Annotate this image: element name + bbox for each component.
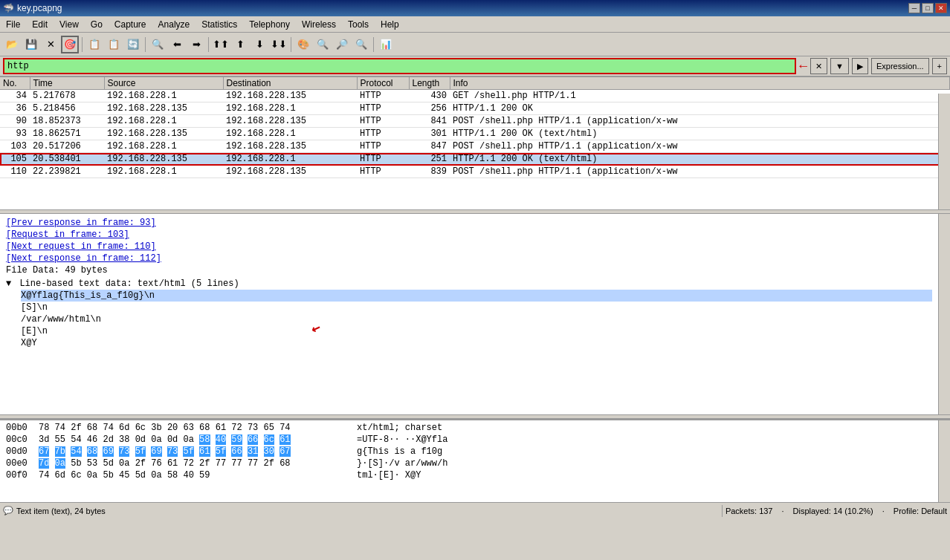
tb-forward[interactable]: ➡ bbox=[187, 36, 205, 53]
tb-up[interactable]: ⬆ bbox=[231, 36, 249, 53]
hex-byte-highlight: 66 bbox=[248, 434, 258, 445]
cell-info: POST /shell.php HTTP/1.1 (application/x-… bbox=[450, 140, 950, 153]
tb-colorize[interactable]: 🎨 bbox=[294, 36, 312, 53]
tb-find2[interactable]: 📋 bbox=[105, 36, 123, 53]
status-packets: Packets: 137 bbox=[726, 507, 773, 515]
hex-byte: 73 bbox=[248, 423, 258, 433]
close-button[interactable]: ✕ bbox=[935, 3, 947, 13]
tb-reload[interactable]: 🎯 bbox=[61, 36, 79, 53]
hex-byte: 40 bbox=[183, 470, 193, 481]
menu-tools[interactable]: Tools bbox=[342, 18, 375, 31]
hex-byte-highlight: 69 bbox=[151, 446, 161, 457]
title-bar-left: 🦈 key.pcapng bbox=[3, 3, 62, 13]
col-no: No. bbox=[0, 77, 30, 90]
tb-up-all[interactable]: ⬆⬆ bbox=[212, 36, 230, 53]
tb-zoom-in2[interactable]: 🔍 bbox=[314, 36, 332, 53]
table-row[interactable]: 34 5.217678 192.168.228.1 192.168.228.13… bbox=[0, 90, 950, 102]
menu-file[interactable]: File bbox=[0, 18, 26, 31]
menu-go[interactable]: Go bbox=[85, 18, 109, 31]
tb-zoom-fit[interactable]: 🔍 bbox=[352, 36, 370, 53]
hex-byte: 68 bbox=[199, 423, 210, 433]
tree-item[interactable]: [S]\n bbox=[21, 302, 932, 313]
maximize-button[interactable]: □ bbox=[922, 3, 934, 13]
tree-item[interactable]: [E]\n bbox=[21, 325, 932, 337]
hex-byte: 6c bbox=[135, 423, 146, 433]
cell-no: 110 bbox=[0, 166, 30, 178]
tree-item-text: [S]\n bbox=[21, 302, 48, 313]
detail-tree-label[interactable]: ▼ Line-based text data: text/html (5 lin… bbox=[6, 278, 932, 290]
menu-capture[interactable]: Capture bbox=[109, 18, 152, 31]
cell-src: 192.168.228.1 bbox=[104, 115, 223, 128]
tb-down-all[interactable]: ⬇⬇ bbox=[270, 36, 288, 53]
filter-dropdown-button[interactable]: ▼ bbox=[830, 58, 849, 74]
hex-byte-highlight: 5f bbox=[135, 446, 146, 457]
tb-down[interactable]: ⬇ bbox=[251, 36, 268, 53]
tree-expand-icon: ▼ bbox=[6, 279, 11, 289]
hex-byte-highlight: 69 bbox=[103, 446, 113, 457]
packet-detail: [Prev response in frame: 93] [Request in… bbox=[0, 214, 950, 414]
hex-byte: 68 bbox=[87, 423, 97, 433]
tree-item[interactable]: X@Yflag{This_is_a_f10g}\n bbox=[21, 290, 932, 302]
packet-detail-scrollbar[interactable] bbox=[938, 214, 950, 414]
hex-byte: 5b bbox=[71, 458, 81, 469]
menu-edit[interactable]: Edit bbox=[26, 18, 54, 31]
table-row[interactable]: 103 20.517206 192.168.228.1 192.168.228.… bbox=[0, 140, 950, 153]
packet-table: No. Time Source Destination Protocol Len… bbox=[0, 77, 950, 178]
cell-src: 192.168.228.1 bbox=[104, 166, 223, 178]
menu-view[interactable]: View bbox=[54, 18, 85, 31]
table-row[interactable]: 93 18.862571 192.168.228.135 192.168.228… bbox=[0, 128, 950, 140]
cell-proto: HTTP bbox=[357, 166, 409, 178]
packet-bytes-scrollbar[interactable] bbox=[938, 420, 950, 502]
menu-statistics[interactable]: Statistics bbox=[196, 18, 243, 31]
menu-telephony[interactable]: Telephony bbox=[243, 18, 296, 31]
status-left: 💬 Text item (text), 24 bytes bbox=[3, 506, 719, 515]
packet-list-scrollbar[interactable] bbox=[938, 94, 950, 209]
tb-zoom-out[interactable]: 🔎 bbox=[333, 36, 351, 53]
tb-zoom-in[interactable]: 🔍 bbox=[149, 36, 167, 53]
col-info: Info bbox=[450, 77, 950, 90]
hex-byte: 72 bbox=[183, 458, 193, 469]
menu-help[interactable]: Help bbox=[375, 18, 405, 31]
filter-extra-button[interactable]: + bbox=[932, 58, 947, 74]
bytes-row: 00f0 74 6d 6c 0a 5b 45 5d 0a 58 40 59 tm… bbox=[6, 469, 932, 481]
tb-back[interactable]: ⬅ bbox=[168, 36, 186, 53]
menu-analyze[interactable]: Analyze bbox=[152, 18, 196, 31]
expression-button[interactable]: Expression... bbox=[871, 58, 929, 74]
minimize-button[interactable]: ─ bbox=[908, 3, 920, 13]
tb-save[interactable]: 💾 bbox=[22, 36, 40, 53]
bytes-row: 00b0 78 74 2f 68 74 6d 6c 3b 20 63 68 61… bbox=[6, 422, 932, 434]
toolbar-sep-1 bbox=[82, 37, 83, 52]
cell-src: 192.168.228.135 bbox=[104, 128, 223, 140]
filter-clear-button[interactable]: ✕ bbox=[810, 58, 827, 74]
cell-no: 36 bbox=[0, 102, 30, 115]
cell-info: HTTP/1.1 200 OK (text/html) bbox=[450, 128, 950, 140]
tb-find[interactable]: 📋 bbox=[85, 36, 103, 53]
hex-byte: 5b bbox=[103, 470, 113, 481]
hex-byte: 6d bbox=[119, 423, 129, 433]
hex-byte-highlight: 67 bbox=[279, 446, 290, 457]
detail-link-next-request[interactable]: [Next request in frame: 110] bbox=[6, 241, 932, 253]
tree-item[interactable]: X@Y bbox=[21, 337, 932, 349]
table-row[interactable]: 105 20.538401 192.168.228.135 192.168.22… bbox=[0, 153, 950, 166]
cell-time: 18.862571 bbox=[30, 128, 104, 140]
table-row[interactable]: 110 22.239821 192.168.228.1 192.168.228.… bbox=[0, 166, 950, 178]
table-row[interactable]: 90 18.852373 192.168.228.1 192.168.228.1… bbox=[0, 115, 950, 128]
tree-item[interactable]: /var/www/html\n bbox=[21, 313, 932, 325]
cell-src: 192.168.228.135 bbox=[104, 102, 223, 115]
tb-graph[interactable]: 📊 bbox=[377, 36, 395, 53]
tb-reload2[interactable]: 🔄 bbox=[124, 36, 142, 53]
hex-byte: 2f bbox=[264, 458, 274, 469]
cell-src: 192.168.228.1 bbox=[104, 140, 223, 153]
tb-open[interactable]: 📂 bbox=[3, 36, 21, 53]
cell-dst: 192.168.228.135 bbox=[223, 140, 357, 153]
table-row[interactable]: 36 5.218456 192.168.228.135 192.168.228.… bbox=[0, 102, 950, 115]
filter-apply-button[interactable]: ▶ bbox=[852, 58, 868, 74]
detail-link-next-response[interactable]: [Next response in frame: 112] bbox=[6, 253, 932, 264]
tb-close[interactable]: ✕ bbox=[42, 36, 59, 53]
menu-wireless[interactable]: Wireless bbox=[296, 18, 342, 31]
detail-link-request[interactable]: [Request in frame: 103] bbox=[6, 229, 932, 241]
cell-proto: HTTP bbox=[357, 128, 409, 140]
cell-dst: 192.168.228.135 bbox=[223, 166, 357, 178]
detail-link-prev[interactable]: [Prev response in frame: 93] bbox=[6, 217, 932, 229]
filter-input[interactable] bbox=[3, 58, 796, 74]
